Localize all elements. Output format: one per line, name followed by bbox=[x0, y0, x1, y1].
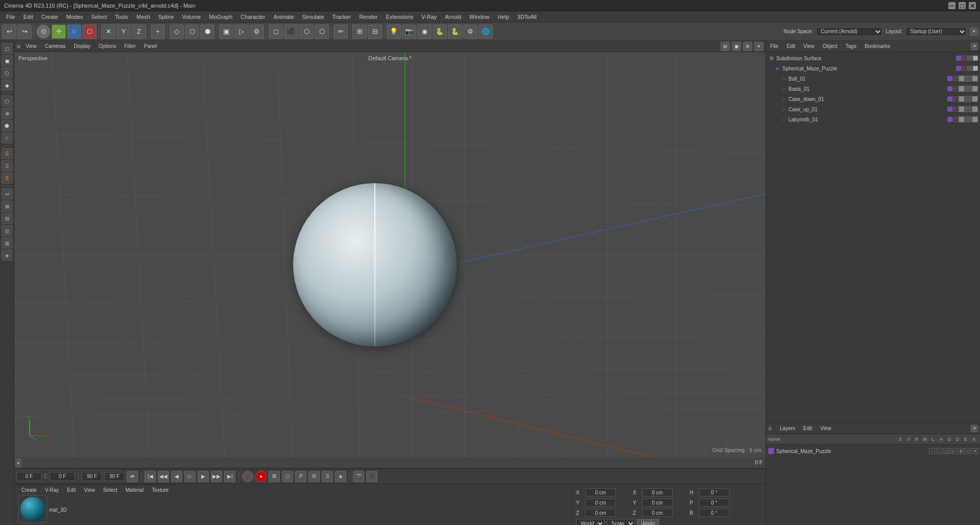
layer-icon-exp[interactable]: ✕ bbox=[972, 448, 978, 454]
layer-spherical-maze-puzzle[interactable]: Spherical_Maze_Puzzle ○ □ ◻ ▷ ⊕ ◇ ✕ bbox=[768, 445, 978, 457]
mat-tab-texture[interactable]: Texture bbox=[149, 486, 172, 494]
ls-tool-7[interactable]: S bbox=[2, 172, 13, 184]
render-region[interactable]: ▣ bbox=[219, 24, 233, 39]
prev-frame-button[interactable]: ◀◀ bbox=[158, 471, 169, 482]
obj-mode[interactable]: ◻ bbox=[269, 24, 283, 39]
menu-item-mograph[interactable]: MoGraph bbox=[205, 13, 236, 21]
go-start-button[interactable]: |◀ bbox=[145, 471, 156, 482]
obj-basis-01[interactable]: ▷ Basis_01 ✓ bbox=[766, 84, 980, 94]
mat-tab-vray[interactable]: V-Ray bbox=[42, 486, 62, 494]
key-rot-button[interactable]: R bbox=[308, 471, 320, 482]
ls-mode-pts[interactable]: ◆ bbox=[2, 80, 13, 91]
menu-item-volume[interactable]: Volume bbox=[178, 13, 205, 21]
layers-tab-edit[interactable]: Edit bbox=[801, 424, 814, 432]
ls-tool-11[interactable]: ▥ bbox=[2, 225, 13, 236]
grid-toggle[interactable]: ⊞ bbox=[352, 24, 367, 39]
menu-item-arnold[interactable]: Arnold bbox=[441, 13, 465, 21]
start-frame-input[interactable] bbox=[16, 472, 42, 481]
layers-tab-layers[interactable]: Layers bbox=[778, 424, 797, 432]
menu-item-modes[interactable]: Modes bbox=[62, 13, 87, 21]
obj-case-down-01[interactable]: ▷ Case_down_01 ✓ bbox=[766, 94, 980, 104]
menu-item-spline[interactable]: Spline bbox=[154, 13, 178, 21]
ls-tool-12[interactable]: ▦ bbox=[2, 237, 13, 248]
node-space-select[interactable]: Current (Arnold) bbox=[816, 27, 882, 36]
auto-key-button[interactable]: ● bbox=[255, 471, 267, 482]
rotate-button[interactable]: ○ bbox=[67, 24, 81, 39]
timeline-lock[interactable]: ▪ bbox=[15, 458, 21, 467]
vp-menu-icon[interactable]: ≡ bbox=[16, 42, 20, 51]
vp-panel-btn[interactable]: Panel bbox=[141, 43, 160, 49]
mode-pts[interactable]: ⬡ bbox=[185, 24, 199, 39]
py2-tool[interactable]: 🐍 bbox=[448, 24, 462, 39]
menu-item-animate[interactable]: Animate bbox=[269, 13, 298, 21]
scale-button[interactable]: ⬡ bbox=[82, 24, 97, 39]
menu-item-character[interactable]: Character bbox=[236, 13, 269, 21]
ls-tool-13[interactable]: ◈ bbox=[2, 249, 13, 261]
menu-item-3dtoall[interactable]: 3DToAll bbox=[513, 13, 541, 21]
motion-clip-button[interactable]: 🎬 bbox=[353, 471, 364, 482]
vp-options-btn[interactable]: Options bbox=[95, 43, 119, 49]
key-sel-button[interactable]: ⬡ bbox=[282, 471, 293, 482]
layer-icon-solo[interactable]: ○ bbox=[929, 448, 935, 454]
layout-select[interactable]: Startup (User) bbox=[905, 27, 967, 36]
layer-icon-anim[interactable]: ▷ bbox=[950, 448, 957, 454]
obj-case-up-01[interactable]: ▷ Case_up_01 ✓ bbox=[766, 104, 980, 114]
ls-tool-3[interactable]: ⬢ bbox=[2, 120, 13, 131]
maximize-button[interactable]: □ bbox=[959, 2, 966, 9]
om-tab-bookmarks[interactable]: Bookmarks bbox=[863, 42, 892, 50]
boole-mode[interactable]: ⬡ bbox=[315, 24, 329, 39]
tool-z-button[interactable]: Z bbox=[132, 24, 146, 39]
prev-key-button[interactable]: ◀ bbox=[171, 471, 182, 482]
mat-tab-create[interactable]: Create bbox=[18, 486, 40, 494]
vp-display-btn[interactable]: Display bbox=[70, 43, 93, 49]
om-close-btn[interactable]: ✕ bbox=[971, 43, 978, 50]
menu-item-extensions[interactable]: Extensions bbox=[381, 13, 417, 21]
vp-maximize-btn[interactable]: ▣ bbox=[732, 42, 741, 51]
menu-item-edit[interactable]: Edit bbox=[19, 13, 37, 21]
menu-item-help[interactable]: Help bbox=[493, 13, 513, 21]
layers-close-btn[interactable]: ✕ bbox=[971, 425, 978, 432]
selection-button[interactable]: ⊙ bbox=[36, 24, 51, 39]
key-all-button[interactable]: ⌘ bbox=[269, 471, 280, 482]
ls-tool-8[interactable]: ↩ bbox=[2, 188, 13, 199]
vp-cameras-btn[interactable]: Cameras bbox=[42, 43, 69, 49]
y-pos-input[interactable] bbox=[585, 498, 616, 507]
layer-icon-vis[interactable]: □ bbox=[936, 448, 942, 454]
viewport[interactable]: Perspective Default Camera.* X Y Z bbox=[14, 52, 766, 457]
material-preview[interactable] bbox=[18, 495, 47, 523]
sds-mode[interactable]: ⬛ bbox=[284, 24, 298, 39]
add-button[interactable]: + bbox=[151, 24, 165, 39]
cam-tool[interactable]: 📷 bbox=[402, 24, 416, 39]
world-select[interactable]: World bbox=[576, 519, 605, 525]
mat-tab-edit[interactable]: Edit bbox=[64, 486, 79, 494]
render-settings[interactable]: ⚙ bbox=[250, 24, 264, 39]
next-frame-button[interactable]: ▶▶ bbox=[211, 471, 222, 482]
mat-tab-view[interactable]: View bbox=[81, 486, 98, 494]
menu-item-tracker[interactable]: Tracker bbox=[328, 13, 355, 21]
end-frame-input[interactable] bbox=[82, 472, 102, 481]
ls-tool-10[interactable]: ⊟ bbox=[2, 213, 13, 224]
vp-close-btn[interactable]: ✕ bbox=[754, 42, 763, 51]
go-end-button[interactable]: ▶| bbox=[224, 471, 235, 482]
ls-tool-9[interactable]: ⊞ bbox=[2, 201, 13, 212]
snap-toggle[interactable]: ⊟ bbox=[368, 24, 382, 39]
minimize-button[interactable]: ─ bbox=[948, 2, 955, 9]
om-tab-tags[interactable]: Tags bbox=[844, 42, 858, 50]
frame-dir-toggle[interactable]: ⇄ bbox=[127, 471, 138, 482]
menu-item-tools[interactable]: Tools bbox=[111, 13, 132, 21]
obj-labyrinth-01[interactable]: ▷ Labyrinth_01 ✓ bbox=[766, 114, 980, 124]
y-size-input[interactable] bbox=[642, 498, 673, 507]
ls-mode-edge[interactable]: ⬡ bbox=[2, 67, 13, 79]
ls-tool-5[interactable]: S bbox=[2, 148, 13, 159]
apply-button[interactable]: Apply bbox=[637, 519, 659, 525]
vp-settings-btn[interactable]: ⚙ bbox=[743, 42, 752, 51]
menu-item-window[interactable]: Window bbox=[465, 13, 493, 21]
render-play[interactable]: ▷ bbox=[234, 24, 249, 39]
menu-item-file[interactable]: File bbox=[2, 13, 19, 21]
settings-tool[interactable]: ⚙ bbox=[463, 24, 477, 39]
close-button[interactable]: ✕ bbox=[969, 2, 976, 9]
record-button[interactable]: ● bbox=[242, 471, 253, 482]
obj-spherical-maze-puzzle[interactable]: ▶ Spherical_Maze_Puzzle ✓ bbox=[766, 63, 980, 73]
pen-tool[interactable]: ✏ bbox=[333, 24, 348, 39]
undo-button[interactable]: ↩ bbox=[2, 24, 16, 39]
